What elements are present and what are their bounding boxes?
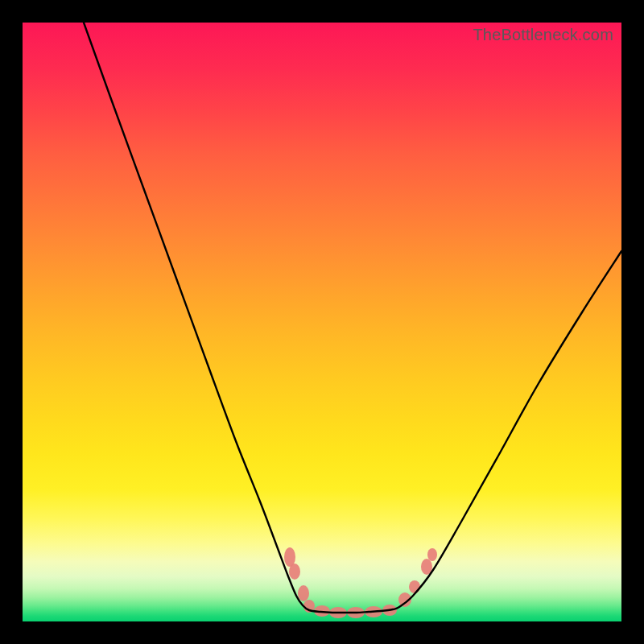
curve-marker [409,580,420,593]
plot-area: TheBottleneck.com [23,23,621,621]
curve-marker [289,564,300,580]
markers-group [284,547,437,618]
outer-frame: TheBottleneck.com [0,0,644,644]
chart-svg [23,23,621,621]
bottleneck-curve [84,23,621,613]
curve-marker [298,585,309,601]
curve-marker [427,548,437,561]
